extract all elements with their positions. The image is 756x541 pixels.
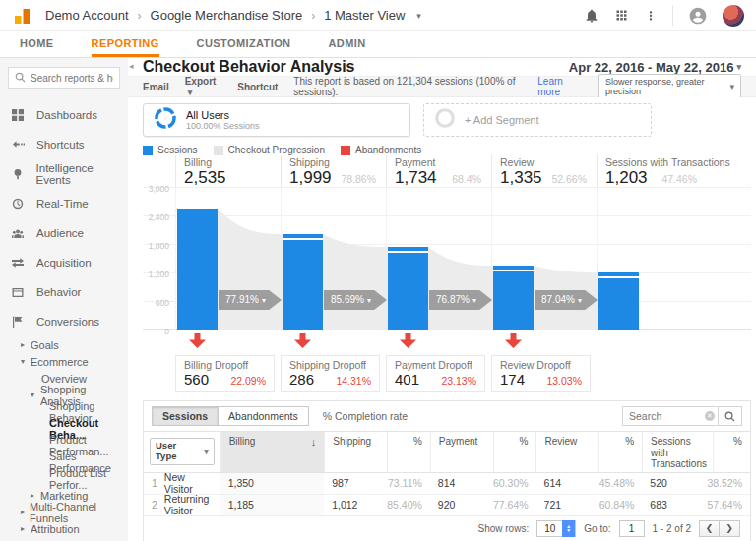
real-time-icon bbox=[12, 198, 26, 210]
tab-abandonments[interactable]: Abandonments bbox=[219, 406, 309, 426]
funnel-headers: Billing2,535Shipping1,99978.86%Payment1,… bbox=[175, 155, 751, 187]
dropoff-label: Shipping Dropoff bbox=[289, 359, 371, 371]
table-tabs: Sessions Abandonments % Completion rate … bbox=[144, 401, 750, 432]
sidebar-item-multi-channel-funnels[interactable]: ▸Multi-Channel Funnels bbox=[0, 504, 128, 520]
breadcrumb-view[interactable]: 1 Master View bbox=[324, 8, 405, 23]
goto-page-input[interactable] bbox=[619, 520, 645, 537]
tab-admin[interactable]: ADMIN bbox=[328, 31, 365, 57]
column-header-label: Shipping bbox=[333, 436, 371, 448]
bar-segment-divider bbox=[493, 270, 534, 271]
progression-badge[interactable]: 76.87%▾ bbox=[429, 290, 492, 310]
column-header-billing[interactable]: Billing↓ bbox=[220, 432, 325, 472]
table-cell: 683 bbox=[642, 495, 713, 515]
progression-badge[interactable]: 77.91%▾ bbox=[219, 290, 282, 310]
email-button[interactable]: Email bbox=[143, 82, 169, 92]
row-index: 2 bbox=[152, 499, 158, 511]
sidebar-item-conversions[interactable]: Conversions bbox=[0, 307, 128, 336]
sidebar-item-audience[interactable]: Audience bbox=[0, 218, 128, 248]
column-header-sessions-with-transactions[interactable]: Sessions with Transactions bbox=[642, 432, 713, 472]
clear-search-icon[interactable]: ✕ bbox=[705, 411, 715, 421]
show-rows-select[interactable]: 10 ▲▼ bbox=[536, 520, 576, 537]
breadcrumb-account[interactable]: Demo Account bbox=[45, 8, 129, 23]
funnel-step-percent: 68.4% bbox=[452, 173, 481, 185]
progression-badge[interactable]: 85.69%▾ bbox=[324, 290, 387, 310]
learn-more-link[interactable]: Learn more bbox=[537, 76, 583, 97]
sidebar-item-intelligence-events[interactable]: Intelligence Events bbox=[0, 159, 128, 189]
sidebar-item-product-list-perfor[interactable]: Product List Perfor... bbox=[0, 470, 128, 487]
sidebar-item-label: Intelligence Events bbox=[36, 162, 128, 186]
add-segment-button[interactable]: + Add Segment bbox=[423, 103, 652, 137]
tab-customization[interactable]: CUSTOMIZATION bbox=[197, 31, 291, 57]
column-header-review[interactable]: Review bbox=[536, 432, 598, 472]
funnel-step-label: Shipping bbox=[289, 156, 386, 168]
sampling-precision-dropdown[interactable]: Slower response, greater precision ▾ bbox=[598, 74, 741, 99]
dropoff-value: 401 bbox=[395, 371, 419, 388]
add-segment-ring-icon bbox=[434, 107, 456, 133]
previous-page-button[interactable]: ❮ bbox=[699, 520, 720, 537]
column-header-percent[interactable]: % bbox=[493, 432, 536, 472]
tab-reporting[interactable]: REPORTING bbox=[92, 31, 159, 57]
next-page-button[interactable]: ❯ bbox=[720, 520, 740, 537]
sidebar-item-acquisition[interactable]: Acquisition bbox=[0, 248, 128, 277]
checkout-funnel-chart: Billing2,535Shipping1,99978.86%Payment1,… bbox=[143, 155, 751, 392]
column-header-label: Review bbox=[544, 436, 577, 448]
column-header-label: % bbox=[625, 436, 634, 448]
sidebar-item-shortcuts[interactable]: Shortcuts bbox=[0, 130, 128, 159]
more-vertical-icon[interactable] bbox=[644, 9, 658, 23]
sidebar-item-behavior[interactable]: Behavior bbox=[0, 277, 128, 307]
primary-nav-tabs: HOME REPORTING CUSTOMIZATION ADMIN bbox=[0, 31, 756, 58]
export-label: Export bbox=[185, 76, 217, 87]
data-table-card: Sessions Abandonments % Completion rate … bbox=[143, 400, 751, 541]
sidebar-item-ecommerce[interactable]: ▾Ecommerce bbox=[0, 353, 128, 370]
dropoff-values: 17413.03% bbox=[500, 371, 582, 388]
search-button[interactable] bbox=[719, 406, 742, 426]
column-header-label: Billing bbox=[229, 436, 256, 448]
table-row: 1New Visitor1,35098773.11%81460.30%61445… bbox=[144, 473, 750, 495]
abandonment-arrow-icon bbox=[400, 333, 416, 348]
sidebar-search-input[interactable] bbox=[31, 73, 113, 84]
chevron-down-icon: ▾ bbox=[262, 296, 266, 305]
tab-home[interactable]: HOME bbox=[20, 31, 54, 57]
column-header-shipping[interactable]: Shipping bbox=[324, 432, 387, 472]
progression-badge[interactable]: 87.04%▾ bbox=[535, 290, 598, 310]
export-button[interactable]: Export ▾ bbox=[185, 76, 222, 97]
tab-completion-rate[interactable]: % Completion rate bbox=[323, 410, 408, 422]
user-type-dimension-button[interactable]: User Type ▾ bbox=[150, 438, 215, 465]
column-header-percent[interactable]: % bbox=[713, 432, 750, 472]
sidebar-item-label: Goals bbox=[31, 339, 59, 351]
sidebar-search[interactable] bbox=[8, 67, 120, 89]
legend-label: Sessions bbox=[158, 145, 198, 155]
column-header-percent[interactable]: % bbox=[598, 432, 642, 472]
sidebar-item-dashboards[interactable]: Dashboards bbox=[0, 100, 128, 130]
apps-grid-icon[interactable] bbox=[614, 8, 629, 23]
chevron-down-icon: ▾ bbox=[31, 391, 40, 399]
shortcut-button[interactable]: Shortcut bbox=[237, 82, 278, 92]
funnel-step-values: 1,99978.86% bbox=[289, 168, 386, 188]
user-avatar[interactable] bbox=[723, 5, 744, 27]
account-person-icon[interactable] bbox=[688, 6, 708, 26]
funnel-bar-payment bbox=[388, 247, 428, 330]
sidebar-collapse-icon[interactable]: ◂ bbox=[129, 61, 134, 71]
sidebar-item-goals[interactable]: ▸Goals bbox=[0, 336, 128, 353]
dropoff-label: Billing Dropoff bbox=[184, 359, 266, 371]
bar-segment-divider bbox=[283, 238, 323, 240]
show-rows-label: Show rows: bbox=[477, 523, 529, 534]
funnel-step-header-shipping: Shipping1,99978.86% bbox=[281, 155, 386, 187]
table-cell: 1,012 bbox=[324, 495, 387, 515]
chevron-right-icon: ▸ bbox=[21, 524, 31, 533]
legend-swatch bbox=[143, 146, 153, 155]
row-label: New Visitor bbox=[164, 471, 213, 495]
table-cell: 57.64% bbox=[713, 495, 750, 515]
bar-segment-divider bbox=[598, 276, 639, 278]
date-range-selector[interactable]: Apr 22, 2016 - May 22, 2016 ▾ bbox=[569, 60, 741, 75]
breadcrumb-property[interactable]: Google Merchandise Store bbox=[151, 8, 303, 23]
funnel-step-values: 1,73468.4% bbox=[395, 168, 491, 188]
segment-all-users[interactable]: All Users 100.00% Sessions bbox=[143, 103, 410, 137]
column-header-percent[interactable]: % bbox=[387, 432, 430, 472]
tab-sessions[interactable]: Sessions bbox=[152, 406, 219, 426]
sidebar-item-real-time[interactable]: Real-Time bbox=[0, 189, 128, 218]
progression-percent: 76.87% bbox=[436, 294, 470, 305]
notifications-bell-icon[interactable] bbox=[584, 8, 599, 24]
column-header-payment[interactable]: Payment bbox=[430, 432, 493, 472]
legend-swatch bbox=[214, 146, 223, 155]
